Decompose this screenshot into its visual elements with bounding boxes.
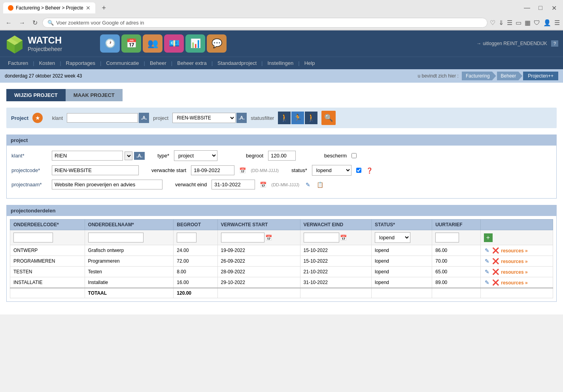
verwachte-start-input[interactable]	[191, 165, 234, 175]
row3-del-btn[interactable]: ❌	[492, 269, 499, 275]
type-select[interactable]: project intern offerte	[174, 150, 217, 161]
row3-begroot: 8.00	[174, 267, 217, 277]
row2-edit-btn[interactable]: ✎	[485, 258, 489, 264]
bookmark-icon[interactable]: ♡	[490, 19, 495, 27]
project-section-header: project	[7, 135, 556, 146]
account-icon[interactable]: 👤	[543, 19, 551, 27]
status-icon-walk[interactable]: 🚶	[278, 112, 291, 124]
maak-project-tab[interactable]: MAAK PROJECT	[66, 89, 123, 101]
forward-btn[interactable]: →	[17, 18, 28, 28]
breadcrumb-facturering[interactable]: Facturering	[462, 72, 496, 80]
row1-edit-btn[interactable]: ✎	[485, 247, 489, 254]
nav-beheer[interactable]: Beheer	[146, 57, 170, 69]
project-select[interactable]: RIEN-WEBSITE	[172, 113, 236, 123]
bescherm-checkbox[interactable]	[351, 153, 357, 158]
nav-icon-people[interactable]: 👥	[143, 34, 162, 53]
klant-dropdown[interactable]: ▼	[125, 151, 132, 160]
download-icon[interactable]: ⇓	[499, 19, 504, 27]
row3-edit-btn[interactable]: ✎	[485, 269, 489, 275]
row1-del-btn[interactable]: ❌	[492, 247, 499, 254]
projectcode-input[interactable]	[52, 165, 139, 175]
nav-icon-clock[interactable]: 🕐	[100, 34, 120, 53]
nav-icon-chart[interactable]: 📊	[185, 34, 205, 53]
input-vstart-cell: 📅	[217, 230, 300, 245]
status-icon-run[interactable]: 🏃	[291, 112, 304, 124]
start-calendar-icon[interactable]: 📅	[239, 167, 246, 174]
eind-edit-icon[interactable]: ✎	[306, 182, 310, 188]
nav-communicatie[interactable]: Communicatie	[102, 57, 143, 69]
status-icon-person[interactable]: 🚶	[305, 112, 317, 124]
nav-help[interactable]: Help	[300, 57, 319, 69]
input-vstart[interactable]	[221, 233, 264, 242]
library-icon[interactable]: ☰	[507, 19, 512, 27]
nav-beheer-extra[interactable]: Beheer extra	[173, 57, 210, 69]
reload-btn[interactable]: ↻	[30, 17, 40, 28]
back-btn[interactable]: ←	[3, 18, 14, 28]
begroot-input[interactable]	[268, 151, 296, 161]
tab-switcher-icon[interactable]: ▭	[516, 19, 521, 27]
input-begroot-cell	[174, 230, 217, 245]
nav-instellingen[interactable]: Instellingen	[263, 57, 297, 69]
input-uurtarief[interactable]	[435, 233, 459, 242]
row1-resources-btn[interactable]: resources »	[501, 248, 527, 254]
row4-edit-btn[interactable]: ✎	[485, 279, 489, 286]
row4-actions: ✎ ❌ resources »	[480, 277, 553, 288]
logout-label[interactable]: uitloggen REINT_ENDENDIJK	[483, 41, 547, 46]
input-veind[interactable]	[304, 233, 339, 242]
klant-form-label: klant*	[11, 153, 47, 159]
minimize-btn[interactable]: —	[521, 3, 533, 13]
row1-begroot: 24.00	[174, 245, 217, 256]
status-checkbox[interactable]	[356, 168, 361, 173]
menu-icon[interactable]: ☰	[554, 19, 560, 27]
browser-toolbar: ← → ↻ 🔍 Voer zoekterm voor Google of adr…	[0, 16, 563, 30]
klant-input[interactable]	[67, 113, 138, 123]
klant-form-aa-btn[interactable]: .A.	[134, 152, 145, 160]
nav-kosten[interactable]: Kosten	[35, 57, 59, 69]
statusfilter-label: statusfilter	[251, 115, 274, 121]
projectnaam-input[interactable]	[52, 180, 162, 189]
row2-resources-btn[interactable]: resources »	[501, 259, 527, 264]
wijzig-project-tab[interactable]: WIJZIG PROJECT	[6, 89, 66, 101]
input-vstart-cal[interactable]: 📅	[265, 235, 272, 241]
tab-close-btn[interactable]: ✕	[86, 5, 91, 11]
row2-del-btn[interactable]: ❌	[492, 258, 499, 264]
close-btn[interactable]: ✕	[548, 3, 560, 13]
input-veind-cal[interactable]: 📅	[340, 235, 347, 241]
row3-code: TESTEN	[10, 267, 85, 277]
project-aa-btn[interactable]: .A.	[236, 113, 247, 123]
row4-resources-btn[interactable]: resources »	[501, 280, 527, 286]
input-code[interactable]	[13, 233, 53, 242]
nav-icon-chat[interactable]: 💬	[207, 34, 227, 53]
qr-icon[interactable]: ▦	[525, 19, 531, 27]
verwacht-eind-input[interactable]	[212, 180, 255, 189]
search-btn[interactable]: 🔍	[321, 111, 336, 125]
totaal-empty-1	[10, 288, 85, 298]
new-tab-btn[interactable]: +	[98, 2, 110, 13]
browser-tab[interactable]: Facturering > Beheer > Projecte ✕	[3, 2, 95, 13]
input-status[interactable]: lopend gereed gestopt	[375, 232, 410, 243]
eind-calendar-icon[interactable]: 📅	[260, 182, 266, 188]
row4-vstart: 29-10-2022	[217, 277, 300, 288]
input-naam[interactable]	[88, 233, 144, 242]
add-row-btn[interactable]: +	[484, 233, 493, 242]
nav-standaard[interactable]: Standaardproject	[213, 57, 261, 69]
nav-icon-calendar[interactable]: 📅	[121, 34, 141, 53]
status-help-icon[interactable]: ❓	[366, 167, 373, 174]
breadcrumb-beheer[interactable]: Beheer	[497, 72, 523, 80]
nav-rapportages[interactable]: Rapportages	[62, 57, 99, 69]
eind-copy-icon[interactable]: 📋	[317, 182, 323, 188]
shield-icon[interactable]: 🛡	[534, 19, 540, 27]
nav-facturen[interactable]: Facturen	[4, 57, 32, 69]
klant-aa-btn[interactable]: .A.	[139, 113, 149, 123]
address-bar[interactable]: 🔍 Voer zoekterm voor Google of adres in	[42, 18, 487, 28]
row4-del-btn[interactable]: ❌	[492, 279, 499, 286]
nav-sep-3: |	[99, 60, 102, 66]
nav-icon-invoice[interactable]: 💶	[164, 34, 184, 53]
status-select[interactable]: lopend gereed gestopt offerte	[312, 165, 351, 176]
row1-uurtarief: 86.00	[432, 245, 480, 256]
row3-resources-btn[interactable]: resources »	[501, 269, 527, 275]
input-begroot[interactable]	[177, 233, 196, 242]
klant-form-input[interactable]	[52, 151, 123, 161]
help-icon[interactable]: ?	[551, 40, 558, 47]
maximize-btn[interactable]: □	[535, 3, 546, 13]
